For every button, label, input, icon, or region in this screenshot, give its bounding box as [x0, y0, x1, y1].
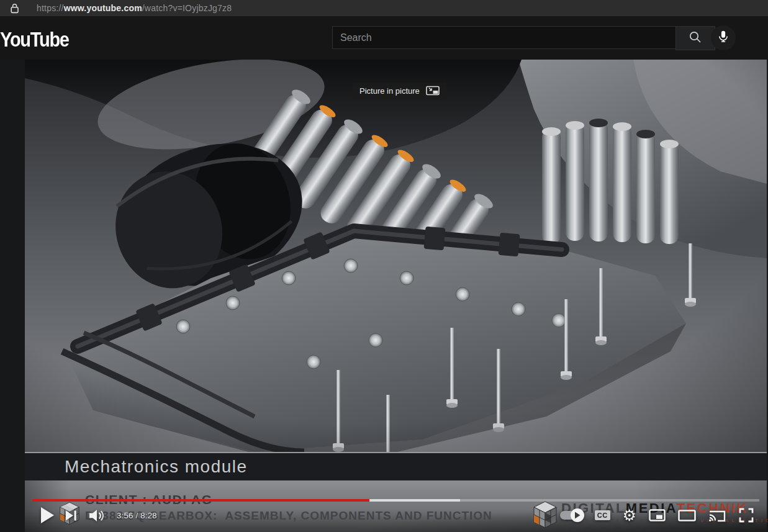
volume-button[interactable] [89, 509, 106, 522]
captions-button[interactable]: CC [595, 510, 610, 520]
gearbox-illustration [25, 60, 767, 452]
video-caption: Mechatronics module [65, 457, 248, 477]
play-button[interactable] [40, 507, 55, 524]
player-controls-left: 3:56 / 8:28 [40, 504, 157, 526]
fullscreen-button[interactable] [738, 507, 754, 523]
url-prefix: https:// [37, 3, 64, 13]
player-controls-right: CC ⚙ [560, 504, 754, 526]
pip-tooltip: Picture in picture [353, 83, 446, 99]
video-player[interactable]: Picture in picture Mechatronics module [25, 60, 767, 532]
autoplay-track [560, 511, 582, 520]
lock-icon[interactable] [10, 3, 19, 14]
theater-mode-button[interactable] [678, 510, 696, 521]
seek-played [32, 499, 369, 502]
video-caption-bar: Mechatronics module [25, 452, 767, 480]
cast-button[interactable] [708, 508, 726, 522]
next-button[interactable] [66, 510, 78, 521]
voice-search-button[interactable] [711, 25, 736, 50]
search-icon [689, 30, 702, 47]
url-domain: www.youtube.com [64, 3, 142, 13]
autoplay-toggle[interactable] [560, 511, 582, 520]
time-display: 3:56 / 8:28 [117, 511, 157, 520]
settings-gear-icon[interactable]: ⚙ [623, 508, 636, 523]
youtube-header: YouTube [0, 16, 768, 60]
browser-window: https://www.youtube.com/watch?v=IOyjbzJg… [0, 0, 768, 532]
seek-bar[interactable] [32, 499, 759, 502]
autoplay-play-icon [571, 508, 584, 522]
url-path: /watch?v=IOyjbzJg7z8 [142, 3, 232, 13]
microphone-icon [716, 30, 730, 46]
pip-icon [426, 85, 440, 97]
search-input[interactable] [332, 26, 675, 49]
miniplayer-button[interactable] [649, 509, 666, 522]
search-bar [332, 26, 715, 50]
studio-cube-logo [533, 500, 558, 531]
search-button[interactable] [675, 26, 715, 50]
url-text[interactable]: https://www.youtube.com/watch?v=IOyjbzJg… [37, 3, 232, 13]
youtube-logo[interactable]: YouTube [0, 28, 69, 52]
pip-tooltip-label: Picture in picture [359, 86, 420, 96]
address-bar[interactable]: https://www.youtube.com/watch?v=IOyjbzJg… [0, 0, 768, 16]
